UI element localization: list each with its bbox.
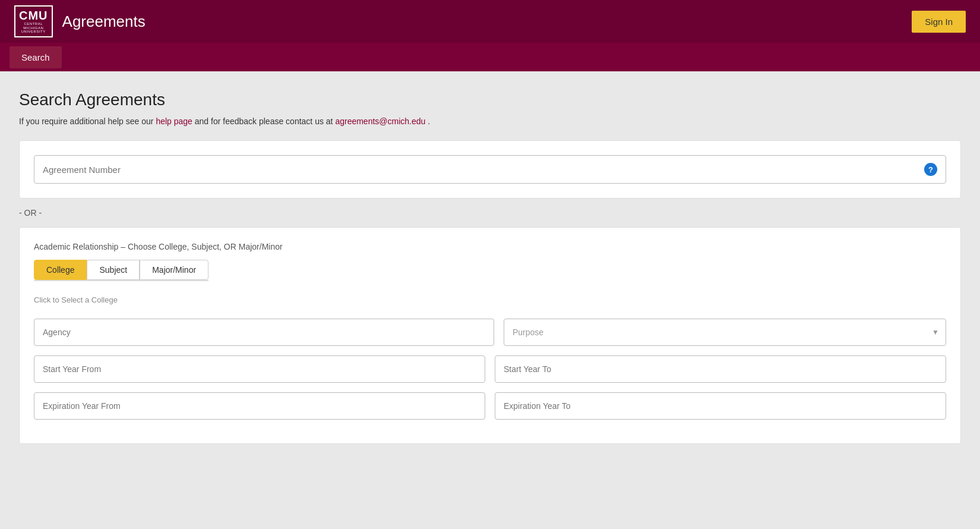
tab-group: College Subject Major/Minor: [34, 260, 208, 281]
nav-bar: Search: [0, 43, 980, 71]
start-year-row: [34, 355, 946, 383]
cmu-logo-text: CMU: [19, 9, 48, 22]
tab-college[interactable]: College: [34, 260, 87, 280]
tab-major-minor[interactable]: Major/Minor: [140, 260, 208, 280]
purpose-select-wrapper: Purpose ▼: [504, 319, 946, 346]
or-divider: - OR -: [19, 208, 961, 218]
expiration-year-from-input[interactable]: [34, 392, 485, 420]
nav-search-button[interactable]: Search: [10, 46, 62, 68]
college-select-label[interactable]: Click to Select a College: [34, 295, 946, 304]
main-content: Search Agreements If you require additio…: [0, 71, 980, 529]
cmu-subtitle: CENTRALMICHIGANUNIVERSITY: [21, 22, 46, 34]
app-title: Agreements: [62, 12, 146, 31]
help-text-prefix: If you require additional help see our: [19, 116, 156, 126]
search-criteria-card: Academic Relationship – Choose College, …: [19, 227, 961, 444]
start-year-to-input[interactable]: [495, 355, 946, 383]
agency-purpose-row: Purpose ▼: [34, 319, 946, 346]
cmu-logo: CMU CENTRALMICHIGANUNIVERSITY: [14, 5, 53, 37]
agreement-number-help-icon[interactable]: ?: [924, 163, 937, 176]
sign-in-button[interactable]: Sign In: [912, 11, 966, 33]
help-page-link[interactable]: help page: [156, 116, 192, 126]
header: CMU CENTRALMICHIGANUNIVERSITY Agreements…: [0, 0, 980, 43]
help-text-middle: and for feedback please contact us at: [195, 116, 336, 126]
tab-subject[interactable]: Subject: [87, 260, 140, 280]
page-title: Search Agreements: [19, 90, 961, 109]
help-text-suffix: .: [428, 116, 430, 126]
agreement-number-input[interactable]: [43, 165, 924, 175]
expiration-year-row: [34, 392, 946, 420]
academic-label: Academic Relationship – Choose College, …: [34, 242, 946, 251]
expiration-year-to-input[interactable]: [495, 392, 946, 420]
purpose-select[interactable]: Purpose: [504, 319, 946, 346]
contact-email-link[interactable]: agreements@cmich.edu: [335, 116, 425, 126]
start-year-from-input[interactable]: [34, 355, 485, 383]
help-text: If you require additional help see our h…: [19, 116, 961, 126]
agreement-number-card: ?: [19, 140, 961, 199]
logo-area: CMU CENTRALMICHIGANUNIVERSITY Agreements: [14, 5, 146, 37]
agreement-number-field: ?: [34, 155, 946, 184]
agency-input[interactable]: [34, 319, 494, 346]
